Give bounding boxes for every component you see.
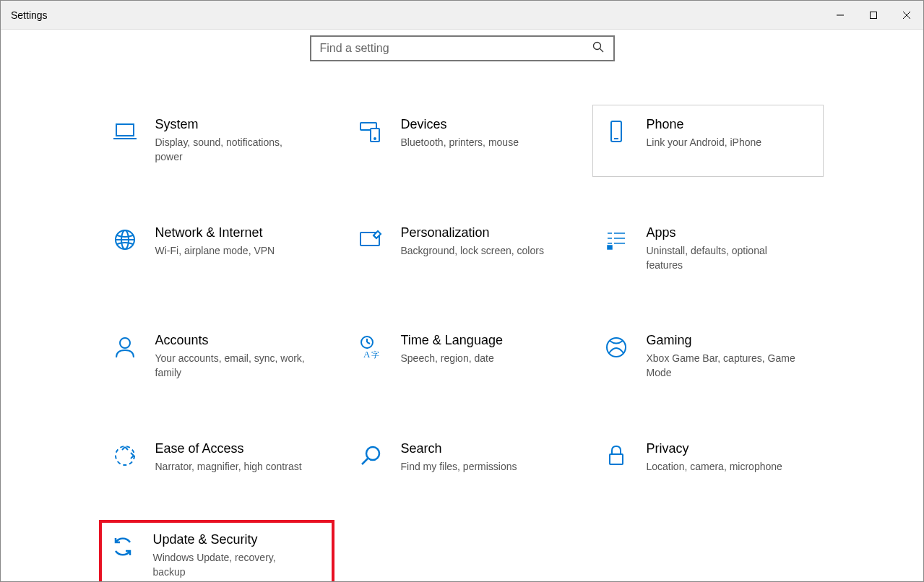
card-ease-of-access[interactable]: Ease of Access Narrator, magnifier, high… [101,429,332,486]
svg-line-34 [362,459,368,464]
card-phone[interactable]: Phone Link your Android, iPhone [592,105,824,177]
sync-icon [108,532,137,561]
card-desc: Xbox Game Bar, captures, Game Mode [647,351,798,381]
card-title: Gaming [647,333,798,348]
search-input[interactable] [320,42,592,55]
card-desc: Location, camera, microphone [647,459,782,474]
card-desc: Narrator, magnifier, high contrast [155,459,302,474]
person-icon [111,333,139,362]
search-container [1,30,923,61]
card-title: Time & Language [401,333,503,348]
laptop-icon [111,117,139,146]
minimize-button[interactable] [824,1,857,29]
svg-rect-6 [116,124,134,136]
svg-point-33 [366,447,379,460]
card-desc: Bluetooth, printers, mouse [401,135,519,149]
card-desc: Wi-Fi, airplane mode, VPN [155,243,275,258]
svg-point-32 [116,446,134,465]
svg-text:字: 字 [371,350,379,359]
svg-point-4 [593,43,600,50]
card-privacy[interactable]: Privacy Location, camera, microphone [592,429,824,486]
svg-rect-35 [610,454,623,464]
card-title: Phone [647,117,762,132]
card-title: Network & Internet [155,225,275,240]
svg-line-28 [367,342,370,344]
settings-grid: System Display, sound, notifications, po… [101,105,824,582]
card-search[interactable]: Search Find my files, permissions [347,429,578,486]
window-title: Settings [11,9,48,21]
close-button[interactable] [890,1,923,29]
maximize-button[interactable] [857,1,890,29]
xbox-icon [602,333,631,362]
card-devices[interactable]: Devices Bluetooth, printers, mouse [347,105,578,177]
svg-rect-24 [608,246,612,249]
phone-icon [602,117,631,146]
card-desc: Your accounts, email, sync, work, family [155,351,307,381]
card-system[interactable]: System Display, sound, notifications, po… [101,105,332,177]
search-box[interactable] [310,35,615,61]
card-title: Apps [647,225,798,240]
svg-text:A: A [363,349,371,360]
titlebar: Settings [1,1,923,30]
ease-icon [111,441,139,470]
card-gaming[interactable]: Gaming Xbox Game Bar, captures, Game Mod… [592,321,824,393]
time-language-icon: A字 [356,333,385,362]
card-desc: Link your Android, iPhone [647,135,762,149]
card-desc: Uninstall, defaults, optional features [647,243,798,273]
card-network[interactable]: Network & Internet Wi-Fi, airplane mode,… [101,213,332,285]
card-title: Accounts [155,333,307,348]
svg-point-10 [374,138,375,139]
search-icon [592,40,605,56]
svg-rect-1 [871,12,877,18]
paint-icon [356,225,385,254]
card-personalization[interactable]: Personalization Background, lock screen,… [347,213,578,285]
devices-icon [356,117,385,146]
globe-icon [111,225,139,254]
card-time[interactable]: A字 Time & Language Speech, region, date [347,321,578,393]
card-title: Devices [401,117,519,132]
card-title: Search [401,441,517,456]
card-desc: Background, lock screen, colors [401,243,544,258]
magnify-icon [356,441,385,470]
card-desc: Windows Update, recovery, backup [153,550,305,580]
card-apps[interactable]: Apps Uninstall, defaults, optional featu… [592,213,824,285]
card-desc: Display, sound, notifications, power [155,135,307,165]
card-accounts[interactable]: Accounts Your accounts, email, sync, wor… [101,321,332,393]
svg-line-5 [600,49,603,53]
svg-point-25 [120,338,130,348]
card-title: Personalization [401,225,544,240]
card-title: System [155,117,307,132]
card-title: Update & Security [153,532,305,547]
card-desc: Speech, region, date [401,351,503,365]
apps-icon [602,225,631,254]
card-title: Privacy [647,441,782,456]
card-desc: Find my files, permissions [401,459,517,474]
window-controls [824,1,923,29]
card-title: Ease of Access [155,441,302,456]
card-update-security[interactable]: Update & Security Windows Update, recove… [99,520,334,582]
lock-icon [602,441,631,470]
